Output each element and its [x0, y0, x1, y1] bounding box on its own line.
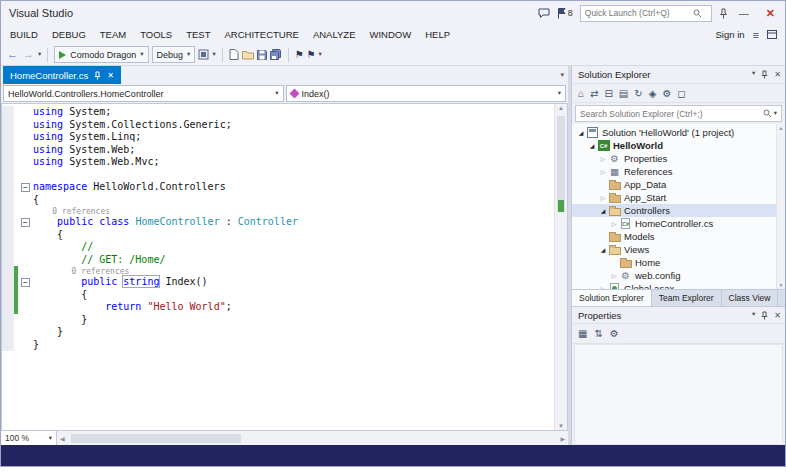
solution-explorer-header[interactable]: Solution Explorer ▾ ✕ [572, 66, 785, 84]
menu-build[interactable]: BUILD [3, 27, 45, 42]
menu-test[interactable]: TEST [179, 27, 217, 42]
tree-item-properties[interactable]: ▷⚙Properties [572, 152, 785, 165]
feedback-menu-icon[interactable]: ≡ [753, 29, 759, 41]
scrollbar-thumb[interactable] [71, 434, 241, 443]
breakpoint-margin[interactable] [2, 206, 14, 216]
solution-configuration-select[interactable]: Debug ▾ [152, 46, 196, 63]
menu-tools[interactable]: TOOLS [133, 27, 179, 42]
sign-in-link[interactable]: Sign in [716, 29, 745, 40]
scroll-left-icon[interactable]: ◀ [60, 431, 65, 445]
close-button[interactable]: ✕ [760, 7, 781, 20]
expanded-arrow-icon[interactable]: ◢ [576, 129, 586, 136]
codelens-line[interactable]: 0 references [2, 206, 554, 216]
debug-target-settings-icon[interactable] [198, 49, 209, 60]
code-line[interactable]: −namespace HelloWorld.Controllers [2, 181, 554, 194]
code-line[interactable]: return "Hello World"; [2, 301, 554, 314]
chevron-down-icon[interactable]: ▾ [319, 51, 322, 58]
window-layout-icon[interactable] [767, 30, 777, 39]
code-line[interactable]: { [2, 229, 554, 242]
notifications-flag-icon[interactable] [557, 8, 566, 19]
code-line[interactable]: { [2, 289, 554, 302]
zoom-control[interactable]: 100 % ▾ [1, 431, 57, 445]
pin-icon[interactable] [719, 8, 728, 19]
tree-item-homecontroller-cs[interactable]: ▷C#HomeController.cs [572, 217, 785, 230]
breakpoint-margin[interactable] [2, 106, 14, 119]
menu-team[interactable]: TEAM [93, 27, 133, 42]
scrollbar-thumb[interactable] [557, 116, 565, 212]
run-icon[interactable] [59, 51, 66, 59]
breakpoint-margin[interactable] [2, 339, 14, 352]
breakpoint-margin[interactable] [2, 194, 14, 207]
window-position-icon[interactable]: ▾ [752, 70, 755, 79]
quick-launch-input[interactable] [585, 8, 693, 18]
scroll-right-icon[interactable]: ▶ [560, 431, 565, 445]
solution-explorer-search[interactable]: ▾ [575, 105, 782, 122]
scroll-up-icon[interactable]: ▲ [777, 125, 785, 131]
breakpoint-margin[interactable] [2, 229, 14, 242]
breakpoint-margin[interactable] [2, 314, 14, 327]
member-dropdown[interactable]: Index() ▾ [286, 85, 567, 102]
tree-item-global-asax[interactable]: ▷Global.asax [572, 282, 785, 289]
breakpoint-margin[interactable] [2, 301, 14, 314]
breakpoint-margin[interactable] [2, 181, 14, 194]
code-line[interactable]: { [2, 194, 554, 207]
breakpoint-margin[interactable] [2, 266, 14, 276]
window-position-icon[interactable]: ▾ [752, 311, 755, 320]
scroll-up-icon[interactable]: ▲ [555, 105, 567, 111]
tree-item-views[interactable]: ◢Views [572, 243, 785, 256]
tab-homecontroller[interactable]: HomeController.cs ✕ [3, 66, 121, 84]
code-line[interactable]: using System.Collections.Generic; [2, 119, 554, 132]
feedback-comment-icon[interactable] [538, 8, 550, 18]
navigate-backward-icon[interactable]: ← [6, 49, 19, 60]
expanded-arrow-icon[interactable]: ◢ [598, 246, 608, 253]
close-panel-icon[interactable]: ✕ [774, 311, 781, 320]
scroll-down-icon[interactable]: ▼ [555, 423, 567, 429]
collapse-region-icon[interactable]: − [21, 278, 30, 287]
quick-launch-box[interactable] [580, 5, 712, 22]
menu-debug[interactable]: DEBUG [45, 27, 93, 42]
tab-team-explorer[interactable]: Team Explorer [652, 290, 722, 306]
breakpoint-margin[interactable] [2, 169, 14, 182]
pin-tab-icon[interactable] [94, 71, 101, 80]
horizontal-scrollbar[interactable]: ◀ ▶ [57, 431, 568, 445]
tree-item-app-data[interactable]: App_Data [572, 178, 785, 191]
breakpoint-margin[interactable] [2, 131, 14, 144]
chevron-down-icon[interactable]: ▾ [212, 51, 215, 58]
tab-solution-explorer[interactable]: Solution Explorer [572, 290, 652, 306]
save-icon[interactable] [257, 50, 267, 60]
breakpoint-margin[interactable] [2, 241, 14, 254]
code-line[interactable] [2, 169, 554, 182]
home-icon[interactable]: ⌂ [578, 88, 584, 99]
breakpoint-margin[interactable] [2, 289, 14, 302]
close-tab-icon[interactable]: ✕ [107, 71, 114, 80]
code-line[interactable]: // GET: /Home/ [2, 254, 554, 267]
properties-grid[interactable] [574, 344, 783, 445]
categorized-icon[interactable]: ▦ [578, 328, 587, 339]
properties-icon[interactable]: ⚙ [662, 88, 671, 99]
tree-item-solution-helloworld-1-project[interactable]: ◢Solution 'HelloWorld' (1 project) [572, 126, 785, 139]
document-list-icon[interactable]: ▾ [560, 71, 564, 79]
pin-icon[interactable] [761, 311, 768, 320]
menu-architecture[interactable]: ARCHITECTURE [217, 27, 305, 42]
menu-analyze[interactable]: ANALYZE [306, 27, 363, 42]
tree-item-helloworld[interactable]: ◢C#HelloWorld [572, 139, 785, 152]
breakpoint-margin[interactable] [2, 156, 14, 169]
view-code-icon[interactable]: ◈ [649, 88, 657, 99]
sync-with-active-document-icon[interactable]: ⇄ [590, 88, 598, 99]
expanded-arrow-icon[interactable]: ◢ [598, 207, 608, 214]
collapse-region-icon[interactable]: − [21, 218, 30, 227]
show-all-files-icon[interactable]: ▤ [619, 88, 628, 99]
collapsed-arrow-icon[interactable]: ▷ [598, 285, 608, 289]
navigation-dropdown-icon[interactable]: ▾ [38, 51, 41, 58]
navigate-forward-icon[interactable]: → [22, 49, 35, 60]
code-line[interactable]: using System; [2, 106, 554, 119]
menu-help[interactable]: HELP [418, 27, 457, 42]
collapse-all-icon[interactable]: ⊟ [604, 88, 612, 99]
vertical-scrollbar[interactable]: ▲ ▼ [554, 104, 567, 430]
bookmark-next-icon[interactable]: ⚑ [307, 49, 316, 60]
type-dropdown[interactable]: HelloWorld.Controllers.HomeController ▾ [3, 85, 284, 102]
breakpoint-margin[interactable] [2, 276, 14, 289]
property-pages-icon[interactable]: ⚙ [610, 328, 619, 339]
code-line[interactable]: − public class HomeController : Controll… [2, 216, 554, 229]
solution-explorer-search-input[interactable] [580, 109, 763, 119]
